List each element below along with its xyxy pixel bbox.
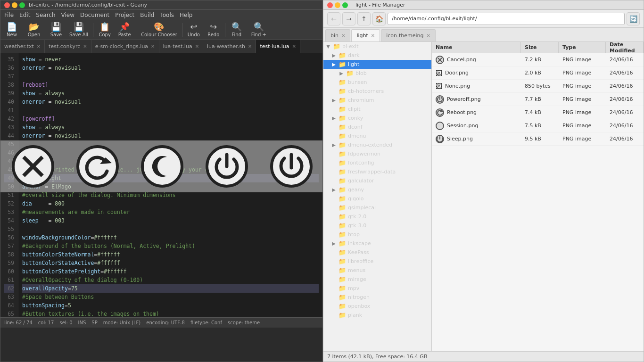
menu-project[interactable]: Project: [115, 12, 134, 18]
fm-back-button[interactable]: ←: [327, 12, 340, 25]
tree-item-gsimplecal[interactable]: 📁 gsimplecal: [323, 203, 431, 212]
tree-item-bl-exit[interactable]: ▼ 📁 bl-exit: [323, 42, 431, 51]
tree-item-dark[interactable]: ▶ 📁 dark: [323, 51, 431, 60]
fm-file-row-door[interactable]: 🖼 Door.png 2.0 kB PNG image 24/06/16: [432, 66, 644, 80]
sleep-file-icon: [436, 135, 444, 143]
tab-weather-txt[interactable]: weather.txt ✕: [0, 40, 45, 53]
tree-item-menus[interactable]: 📁 menus: [323, 266, 431, 275]
copy-button[interactable]: 📋 Copy: [95, 22, 114, 38]
tab-test-lua[interactable]: test-lua.lua ✕: [256, 40, 300, 53]
fm-maximize-button[interactable]: [342, 2, 348, 8]
open-button[interactable]: 📂 Open: [22, 22, 46, 38]
geany-minimize-button[interactable]: [12, 2, 17, 8]
col-header-size[interactable]: Size: [521, 42, 559, 53]
tree-item-nitrogen[interactable]: 📁 nitrogen: [323, 293, 431, 302]
tree-item-dmenu-extended[interactable]: ▶ 📁 dmenu-extended: [323, 140, 431, 149]
geany-maximize-button[interactable]: [19, 2, 25, 8]
copy-icon: 📋: [99, 23, 110, 31]
tree-item-plank[interactable]: 📁 plank: [323, 311, 431, 320]
fm-close-button[interactable]: [327, 2, 333, 8]
tree-item-conky[interactable]: ▶ 📁 conky: [323, 114, 431, 123]
tree-item-galculator[interactable]: 📁 galculator: [323, 176, 431, 185]
menu-edit[interactable]: Edit: [19, 12, 30, 18]
find2-button[interactable]: 🔍 Find +: [247, 22, 271, 38]
tree-item-fontconfig[interactable]: 📁 fontconfig: [323, 158, 431, 167]
tab-lua-weather[interactable]: lua-weather.sh ✕: [203, 40, 256, 53]
tree-item-fdpowermon[interactable]: 📁 fdpowermon: [323, 149, 431, 158]
fm-minimize-button[interactable]: [335, 2, 340, 8]
tree-item-gtk20[interactable]: 📁 gtk-2.0: [323, 212, 431, 221]
new-button[interactable]: 📄 New: [2, 22, 21, 38]
fm-tab-icon-close[interactable]: ✕: [427, 33, 430, 38]
tree-item-freshwrapper[interactable]: 📁 freshwrapper-data: [323, 167, 431, 176]
tree-item-mirage[interactable]: 📁 mirage: [323, 275, 431, 284]
tree-item-htop[interactable]: 📁 htop: [323, 230, 431, 239]
tab-lua-test[interactable]: lua-test.lua ✕: [159, 40, 204, 53]
col-header-name[interactable]: Name: [432, 42, 521, 53]
fm-file-row-session[interactable]: Session.png 7.5 kB PNG image 24/06/16: [432, 119, 644, 132]
tree-item-bunsen[interactable]: 📁 bunsen: [323, 78, 431, 87]
save-button[interactable]: 💾 Save: [47, 22, 66, 38]
geany-close-button[interactable]: [4, 2, 10, 8]
tree-item-dconf[interactable]: 📁 dconf: [323, 123, 431, 132]
menu-view[interactable]: View: [61, 12, 74, 18]
tree-item-dmenu[interactable]: 📁 dmenu: [323, 132, 431, 140]
fm-address-bar[interactable]: /home/damo/.config/bl-exit/light/: [388, 13, 625, 25]
tree-item-keepass[interactable]: 📁 KeePass: [323, 248, 431, 257]
tab-test-conkyrc[interactable]: test.conkyrc ✕: [45, 40, 91, 53]
tab-close-conkyrc[interactable]: ✕: [83, 44, 87, 49]
tree-item-libreoffice[interactable]: 📁 libreoffice: [323, 257, 431, 266]
tab-close-weather[interactable]: ✕: [37, 44, 41, 49]
fm-tab-light-close[interactable]: ✕: [371, 33, 375, 38]
fm-home-button[interactable]: 🏠: [372, 12, 386, 25]
tree-item-inkscape[interactable]: ▶ 📁 inkscape: [323, 239, 431, 248]
tree-label-mpv: mpv: [348, 285, 359, 291]
tree-item-chromium[interactable]: ▶ 📁 chromium: [323, 96, 431, 105]
menu-build[interactable]: Build: [140, 12, 154, 18]
tab-close-lua-test[interactable]: ✕: [195, 44, 199, 49]
tree-item-blob[interactable]: ▶ 📁 blob: [323, 69, 431, 78]
fm-file-row-sleep[interactable]: Sleep.png 9.5 kB PNG image 24/06/16: [432, 132, 644, 146]
tree-item-light[interactable]: ▶ 📁 light: [323, 60, 431, 69]
tree-item-mpv[interactable]: 📁 mpv: [323, 284, 431, 293]
fm-window-controls[interactable]: [327, 2, 348, 8]
tab-close-lua-weather[interactable]: ✕: [248, 44, 252, 49]
geany-window-controls[interactable]: [4, 2, 25, 8]
tree-item-gtk30[interactable]: 📁 gtk-3.0: [323, 221, 431, 230]
col-header-type[interactable]: Type: [559, 42, 606, 53]
colour-chooser-button[interactable]: 🎨 Colour Chooser: [138, 22, 180, 38]
fm-file-row-none[interactable]: 🖼 None.png 850 bytes PNG image 24/06/16: [432, 80, 644, 93]
fm-forward-button[interactable]: →: [342, 12, 355, 25]
find-button[interactable]: 🔍 Find: [227, 22, 246, 38]
tab-close-clock[interactable]: ✕: [151, 44, 155, 49]
fm-file-row-reboot[interactable]: Reboot.png 7.4 kB PNG image 24/06/16: [432, 106, 644, 119]
fm-tab-bin-close[interactable]: ✕: [341, 33, 345, 38]
code-content[interactable]: show = never onerror = novisual [reboot]…: [18, 53, 322, 317]
folder-icon-kp: 📁: [339, 249, 346, 256]
fm-tab-icon-themeing[interactable]: icon-themeing ✕: [381, 29, 436, 41]
menu-document[interactable]: Document: [80, 12, 109, 18]
fm-tab-bin[interactable]: bin ✕: [325, 29, 350, 41]
fm-file-row-cancel[interactable]: Cancel.png 7.2 kB PNG image 24/06/16: [432, 53, 644, 66]
menu-search[interactable]: Search: [36, 12, 55, 18]
tab-e-sm-clock[interactable]: e-sm-clock_rings.lua ✕: [91, 40, 159, 53]
tree-item-clipit[interactable]: 📁 clipit: [323, 105, 431, 114]
tab-close-test-lua[interactable]: ✕: [292, 44, 296, 49]
paste-button[interactable]: 📌 Paste: [115, 22, 134, 38]
undo-button[interactable]: ↩ Undo: [184, 22, 203, 38]
menu-tools[interactable]: Tools: [160, 12, 174, 18]
col-header-date[interactable]: Date Modified: [606, 42, 644, 53]
fm-file-row-poweroff[interactable]: Poweroff.png 7.7 kB PNG image 24/06/16: [432, 93, 644, 106]
tree-item-cb-hotcorners[interactable]: 📁 cb-hotcorners: [323, 87, 431, 96]
menu-help[interactable]: Help: [180, 12, 192, 18]
tree-item-geany[interactable]: ▶ 📁 geany: [323, 185, 431, 194]
fm-reload-button[interactable]: 🔄: [627, 12, 640, 25]
fm-tab-light[interactable]: light ✕: [351, 29, 380, 41]
save-all-button[interactable]: 💾 Save All: [66, 22, 91, 38]
menu-file[interactable]: File: [4, 12, 14, 18]
fm-up-button[interactable]: ↑: [357, 12, 371, 25]
tree-item-openbox[interactable]: 📁 openbox: [323, 302, 431, 311]
redo-button[interactable]: ↪ Redo: [204, 22, 223, 38]
code-editor[interactable]: 3536373839 4041424344 4546474849 5051525…: [0, 53, 322, 317]
tree-item-gigolo[interactable]: 📁 gigolo: [323, 194, 431, 203]
